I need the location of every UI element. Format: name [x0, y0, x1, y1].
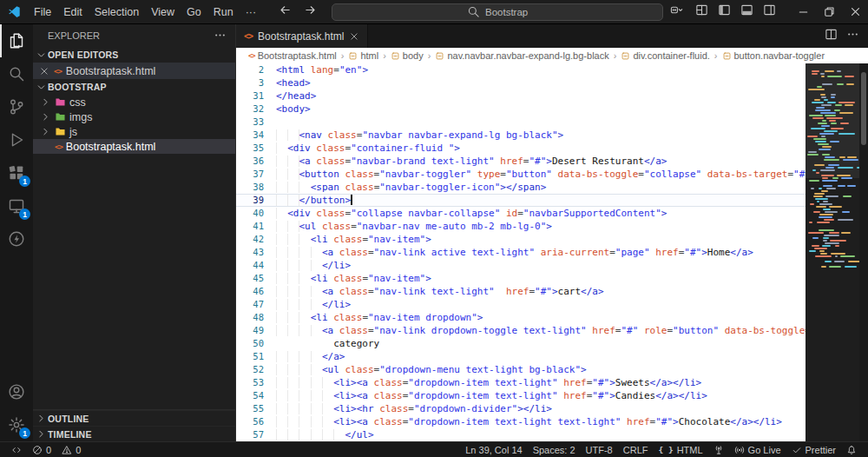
menu-go[interactable]: Go — [181, 6, 207, 18]
status-remote[interactable] — [7, 445, 26, 455]
code-line-48[interactable]: 48 <li class="nav-item dropdown"> — [236, 311, 806, 324]
menu-file[interactable]: File — [28, 6, 57, 18]
activity-thunder-client[interactable] — [0, 222, 33, 255]
explorer-more-actions-button[interactable] — [214, 29, 227, 43]
toggle-secondary-sidebar-button[interactable] — [763, 3, 776, 20]
code-line-33[interactable]: 33 — [236, 116, 806, 129]
symbol-icon — [348, 51, 358, 61]
code-line-3[interactable]: 3<head> — [236, 76, 806, 89]
close-button[interactable] — [842, 0, 868, 24]
code-line-53[interactable]: 53 <li><a class="dropdown-item text-ligh… — [236, 376, 806, 389]
activity-run-debug[interactable] — [0, 123, 33, 156]
code-line-44[interactable]: 44 </li> — [236, 259, 806, 272]
code-line-43[interactable]: 43 <a class="nav-link active text-light"… — [236, 246, 806, 259]
code-line-50[interactable]: 50 category — [236, 337, 806, 350]
code-line-41[interactable]: 41 <ul class="navbar-nav me-auto mb-2 mb… — [236, 220, 806, 233]
breadcrumb-item[interactable]: body — [391, 50, 424, 61]
code-line-45[interactable]: 45 <li class="nav-item"> — [236, 272, 806, 285]
code-line-42[interactable]: 42 <li class="nav-item"> — [236, 233, 806, 246]
code-line-34[interactable]: 34 <nav class="navbar navbar-expand-lg b… — [236, 129, 806, 142]
code-line-35[interactable]: 35 <div class="container-fluid "> — [236, 142, 806, 155]
breadcrumb-item[interactable]: div.container-fluid. — [621, 50, 709, 61]
activity-settings[interactable]: 1 — [0, 408, 33, 441]
menu-selection[interactable]: Selection — [89, 6, 145, 18]
code-line-36[interactable]: 36 <a class="navbar-brand text-light" hr… — [236, 155, 806, 168]
editor-scrollbar[interactable] — [859, 63, 868, 441]
menu-more[interactable]: ··· — [240, 6, 263, 18]
status-warnings[interactable]: 0 — [57, 445, 85, 455]
files-icon — [8, 32, 25, 50]
timeline-header[interactable]: TIMELINE — [33, 426, 235, 441]
outline-header[interactable]: OUTLINE — [33, 410, 235, 426]
code-line-37[interactable]: 37 <button class="navbar-toggler" type="… — [236, 168, 806, 181]
breadcrumb-item[interactable]: <>Bootstraptask.html — [248, 50, 337, 61]
close-icon[interactable] — [349, 31, 359, 42]
code-line-55[interactable]: 55 <li><hr class="dropdown-divider"></li… — [236, 402, 806, 415]
status-indentation[interactable]: Spaces: 2 — [529, 445, 580, 455]
braces-icon: { } — [658, 445, 673, 454]
restore-button[interactable] — [816, 0, 842, 24]
code-line-47[interactable]: 47 </li> — [236, 298, 806, 311]
folder-js[interactable]: js — [33, 124, 235, 139]
toggle-panel-button[interactable] — [740, 3, 753, 20]
menu-view[interactable]: View — [145, 6, 181, 18]
activity-explorer[interactable] — [0, 24, 33, 57]
open-editors-header[interactable]: OPEN EDITORS — [33, 47, 235, 63]
more-actions-icon — [846, 28, 859, 41]
minimap[interactable] — [806, 63, 859, 441]
status-go-live[interactable]: Go Live — [730, 445, 786, 455]
code-line-2[interactable]: 2<html lang="en"> — [236, 63, 806, 76]
code-line-56[interactable]: 56 <li><a class="dropdown-item text-ligh… — [236, 415, 806, 428]
folder-css[interactable]: css — [33, 95, 235, 109]
status-eol[interactable]: CRLF — [619, 445, 653, 455]
code-line-32[interactable]: 32<body> — [236, 103, 806, 116]
status-cursor-position[interactable]: Ln 39, Col 14 — [461, 445, 526, 455]
code-line-46[interactable]: 46 <a class="nav-link text-light" href="… — [236, 285, 806, 298]
menu-run[interactable]: Run — [207, 6, 240, 18]
tab-bootstraptask-html[interactable]: <>Bootstraptask.html — [236, 24, 368, 48]
status-ports[interactable] — [709, 445, 728, 455]
code-line-31[interactable]: 31</head> — [236, 89, 806, 103]
activity-accounts[interactable] — [0, 375, 33, 408]
workspace-folder-header[interactable]: BOOTSTRAP — [33, 79, 235, 95]
open-editor-item[interactable]: <>Bootstraptask.html — [33, 63, 235, 79]
code-line-40[interactable]: 40 <div class="collapse navbar-collapse"… — [236, 207, 806, 220]
activity-remote-explorer[interactable]: 1 — [0, 189, 33, 222]
code-line-38[interactable]: 38 <span class="navbar-toggler-icon"></s… — [236, 181, 806, 194]
activity-source-control[interactable] — [0, 90, 33, 123]
activity-search[interactable] — [0, 57, 33, 90]
code-line-57[interactable]: 57 </ul> — [236, 428, 806, 441]
close-icon[interactable] — [39, 66, 49, 76]
chevron-right-icon — [39, 126, 51, 137]
command-center-search[interactable]: Bootstrap — [332, 3, 663, 21]
file-bootstraptask-html[interactable]: <>Bootstraptask.html — [33, 139, 235, 154]
breadcrumb-item[interactable]: button.navbar-toggler — [722, 50, 825, 61]
more-actions-button[interactable] — [846, 28, 859, 44]
status-errors[interactable]: 0 — [28, 445, 56, 455]
status-language-mode[interactable]: { }HTML — [654, 445, 707, 455]
go-back-button[interactable] — [274, 3, 296, 20]
scrollbar-thumb[interactable] — [861, 72, 866, 145]
editor-actions — [825, 24, 868, 48]
folder-imgs[interactable]: imgs — [33, 109, 235, 124]
status-notifications[interactable] — [842, 445, 861, 455]
code-line-51[interactable]: 51 </a> — [236, 350, 806, 363]
code-line-52[interactable]: 52 <ul class="dropdown-menu text-light b… — [236, 363, 806, 376]
minimize-button[interactable] — [790, 0, 816, 24]
code-line-39[interactable]: 39 </button> — [236, 194, 806, 207]
menu-edit[interactable]: Edit — [57, 6, 89, 18]
status-prettier[interactable]: Prettier — [787, 445, 840, 455]
code-editor[interactable]: 2<html lang="en">3<head>31</head>32<body… — [236, 63, 806, 441]
code-line-54[interactable]: 54 <li><a class="dropdown-item text-ligh… — [236, 389, 806, 402]
go-forward-button[interactable] — [299, 3, 321, 20]
breadcrumb-item[interactable]: html — [348, 50, 378, 61]
copilot-menu-button[interactable] — [670, 3, 683, 20]
split-editor-button[interactable] — [825, 28, 838, 44]
code-line-49[interactable]: 49 <a class="nav-link dropdown-toggle te… — [236, 324, 806, 337]
code-line-content: </a> — [276, 350, 806, 363]
breadcrumb-item[interactable]: nav.navbar.navbar-expand-lg.bg-black — [435, 50, 608, 61]
status-encoding[interactable]: UTF-8 — [582, 445, 617, 455]
customize-layout-button[interactable] — [695, 3, 708, 20]
activity-extensions[interactable]: 1 — [0, 156, 33, 189]
toggle-primary-sidebar-button[interactable] — [718, 3, 731, 20]
